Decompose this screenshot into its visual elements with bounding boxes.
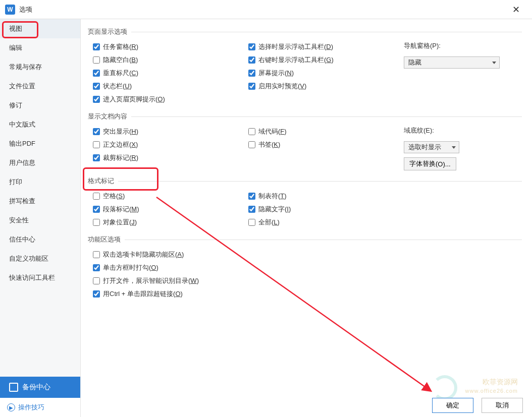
chk-hidden-text[interactable]: 隐藏文字(I): [248, 203, 395, 216]
field-shade-label: 域底纹(E):: [404, 125, 505, 137]
nav-pane-label: 导航窗格(P):: [404, 40, 505, 52]
chk-float-select-box[interactable]: [248, 43, 255, 50]
sidebar-item-edit[interactable]: 编辑: [0, 38, 80, 57]
chk-tabs[interactable]: 制表符(T): [248, 190, 395, 203]
chk-header-footer-tip[interactable]: 进入页眉页脚提示(O): [93, 93, 239, 106]
chk-click-box-check[interactable]: 单击方框时打勾(O): [93, 261, 522, 274]
watermark-logo-icon: [432, 375, 457, 400]
sidebar-item-trust-center[interactable]: 信任中心: [0, 230, 80, 249]
font-substitute-button[interactable]: 字体替换(O)...: [404, 157, 456, 170]
close-icon: ✕: [512, 4, 520, 15]
sidebar-item-user-info[interactable]: 用户信息: [0, 153, 80, 172]
chk-ctrl-click-link[interactable]: 用Ctrl + 单击跟踪超链接(O): [93, 287, 522, 301]
backup-center-button[interactable]: 备份中心: [0, 377, 80, 398]
chk-header-footer-tip-box[interactable]: [93, 96, 100, 103]
sidebar-item-file-locations[interactable]: 文件位置: [0, 77, 80, 96]
chk-statusbar-box[interactable]: [93, 83, 100, 90]
chk-highlight-box[interactable]: [93, 128, 100, 135]
chk-float-rclick[interactable]: 右键时显示浮动工具栏(G): [248, 53, 395, 67]
chk-spaces-box[interactable]: [93, 193, 100, 200]
chk-smart-toc-box[interactable]: [93, 277, 100, 284]
backup-icon: [9, 383, 18, 392]
chk-highlight[interactable]: 突出显示(H): [93, 125, 239, 138]
legend-ribbon: 功能区选项: [88, 235, 522, 244]
chk-task-pane-box[interactable]: [93, 43, 100, 50]
chk-paragraph-marks[interactable]: 段落标记(M): [93, 203, 239, 216]
chk-object-pos-box[interactable]: [93, 219, 100, 226]
chk-tabs-box[interactable]: [248, 193, 255, 200]
chk-crop-marks[interactable]: 裁剪标记(R): [93, 151, 239, 164]
chk-click-box-check-box[interactable]: [93, 264, 100, 271]
backup-label: 备份中心: [22, 383, 50, 392]
close-button[interactable]: ✕: [506, 0, 526, 19]
sidebar-item-general-save[interactable]: 常规与保存: [0, 57, 80, 77]
sidebar: 视图 编辑 常规与保存 文件位置 修订 中文版式 输出PDF 用户信息 打印 拼…: [0, 19, 81, 417]
sidebar-item-output-pdf[interactable]: 输出PDF: [0, 134, 80, 153]
chk-dblclick-hide-ribbon[interactable]: 双击选项卡时隐藏功能区(A): [93, 248, 522, 261]
dialog-footer: 确定 取消: [432, 398, 523, 413]
chk-bookmarks[interactable]: 书签(K): [248, 138, 395, 151]
titlebar: W 选项 ✕: [0, 0, 532, 19]
sidebar-item-spelling[interactable]: 拼写检查: [0, 192, 80, 211]
chk-object-pos[interactable]: 对象位置(J): [93, 216, 239, 229]
chk-smart-toc[interactable]: 打开文件，展示智能识别目录(W): [93, 274, 522, 287]
chevron-down-icon: [492, 62, 496, 64]
chk-body-border[interactable]: 正文边框(X): [93, 138, 239, 151]
window-title: 选项: [19, 5, 32, 14]
chk-paragraph-marks-box[interactable]: [93, 206, 100, 213]
chk-all-box[interactable]: [248, 219, 255, 226]
chk-task-pane[interactable]: 任务窗格(R): [93, 40, 239, 53]
content-pane: 页面显示选项 任务窗格(R) 隐藏空白(B) 垂直标尺(C) 状态栏(U) 进入…: [81, 19, 532, 417]
sidebar-item-quick-access[interactable]: 快速访问工具栏: [0, 268, 80, 287]
chk-statusbar[interactable]: 状态栏(U): [93, 80, 239, 93]
chk-vruler[interactable]: 垂直标尺(C): [93, 67, 239, 80]
chk-field-codes[interactable]: 域代码(F): [248, 125, 395, 138]
chevron-down-icon: [452, 146, 456, 149]
chk-dblclick-hide-ribbon-box[interactable]: [93, 251, 100, 258]
legend-doc-content: 显示文档内容: [88, 112, 522, 121]
chk-ctrl-click-link-box[interactable]: [93, 290, 100, 297]
sidebar-item-view[interactable]: 视图: [0, 19, 80, 38]
play-icon: ▶: [7, 403, 15, 411]
chk-body-border-box[interactable]: [93, 141, 100, 148]
chk-crop-marks-box[interactable]: [93, 154, 100, 161]
sidebar-item-revisions[interactable]: 修订: [0, 96, 80, 115]
chk-field-codes-box[interactable]: [248, 128, 255, 135]
chk-all[interactable]: 全部(L): [248, 216, 395, 229]
app-icon: W: [5, 5, 15, 15]
chk-bookmarks-box[interactable]: [248, 141, 255, 148]
field-shade-select[interactable]: 选取时显示: [404, 141, 459, 153]
chk-spaces[interactable]: 空格(S): [93, 190, 239, 203]
watermark: 欧菲资源网 www.office26.com: [465, 377, 518, 395]
chk-screentip-box[interactable]: [248, 70, 255, 77]
chk-hide-blank-box[interactable]: [93, 56, 100, 64]
chk-screentip[interactable]: 屏幕提示(N): [248, 67, 395, 80]
tips-link[interactable]: ▶ 操作技巧: [0, 398, 80, 417]
chk-vruler-box[interactable]: [93, 70, 100, 77]
chk-float-select[interactable]: 选择时显示浮动工具栏(D): [248, 40, 395, 53]
chk-hide-blank[interactable]: 隐藏空白(B): [93, 53, 239, 67]
nav-pane-select[interactable]: 隐藏: [404, 56, 500, 69]
cancel-button[interactable]: 取消: [482, 398, 523, 413]
legend-format-marks: 格式标记: [88, 176, 522, 186]
sidebar-item-custom-ribbon[interactable]: 自定义功能区: [0, 249, 80, 268]
sidebar-item-chinese-layout[interactable]: 中文版式: [0, 115, 80, 134]
ok-button[interactable]: 确定: [432, 398, 473, 413]
legend-page-display: 页面显示选项: [88, 27, 522, 36]
sidebar-item-security[interactable]: 安全性: [0, 211, 80, 230]
sidebar-item-print[interactable]: 打印: [0, 172, 80, 192]
chk-live-preview-box[interactable]: [248, 83, 255, 90]
chk-float-rclick-box[interactable]: [248, 56, 255, 64]
tips-label: 操作技巧: [18, 403, 44, 412]
chk-live-preview[interactable]: 启用实时预览(V): [248, 80, 395, 93]
chk-hidden-text-box[interactable]: [248, 206, 255, 213]
